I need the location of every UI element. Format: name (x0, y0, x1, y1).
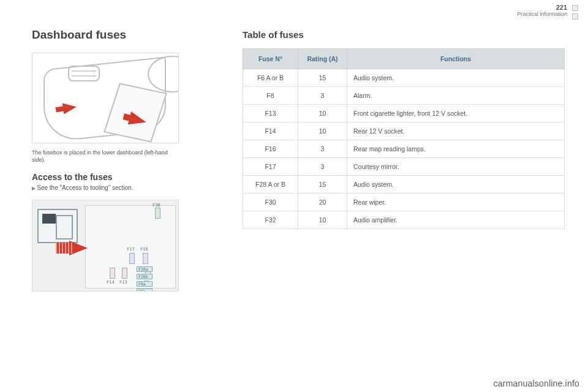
col-rating: Rating (A) (298, 49, 347, 69)
right-column: Table of fuses Fuse N° Rating (A) Functi… (243, 28, 565, 292)
section-title: Practical information (517, 11, 567, 17)
cell-function: Rear wiper. (347, 194, 565, 211)
fusebox-sketch: F30 F17 F16 F14 F13 F8 F28a F28b F6a F6b (32, 200, 178, 291)
cell-rating: 3 (298, 140, 347, 158)
fuse-slot-icon (129, 253, 135, 264)
fuse-chip-icon: F28a (137, 266, 153, 272)
cell-function: Courtesy mirror. (347, 158, 565, 176)
fuse-label: F30 (153, 203, 160, 208)
fuse-chip-icon: F6a (137, 281, 153, 287)
fuse-chip-icon: F6b (137, 288, 153, 292)
page: 221 Practical information Dashboard fuse… (0, 0, 588, 392)
fuse-slot-icon (155, 208, 160, 219)
air-vent-icon (68, 66, 100, 81)
tab-marker (572, 13, 578, 20)
cell-function: Alarm. (347, 87, 565, 105)
cell-rating: 10 (298, 123, 347, 140)
fuses-tbody: F6 A or B15Audio system.F83Alarm.F1310Fr… (243, 69, 565, 229)
fuse-slot-icon (143, 253, 148, 264)
cell-rating: 10 (298, 211, 347, 229)
cell-rating: 3 (298, 87, 347, 105)
tab-marker (572, 5, 578, 11)
cell-rating: 15 (298, 69, 347, 87)
cell-fuse: F6 A or B (243, 69, 298, 87)
illustration-caption: The fusebox is placed in the lower dashb… (32, 149, 179, 164)
page-number: 221 (517, 4, 567, 11)
header-text: 221 Practical information (517, 4, 567, 17)
content-area: Dashboard fuses The fusebox is placed in… (0, 21, 588, 292)
table-row: F163Rear map reading lamps. (243, 140, 565, 158)
page-header: 221 Practical information (0, 0, 588, 21)
dashboard-sketch (32, 53, 178, 143)
tab-markers (572, 4, 578, 20)
cell-rating: 15 (298, 176, 347, 194)
cell-fuse: F14 (243, 123, 298, 140)
table-row: F83Alarm. (243, 87, 565, 105)
fuse-label: F17 (127, 247, 135, 252)
fuses-table: Fuse N° Rating (A) Functions F6 A or B15… (243, 48, 565, 229)
cell-function: Front cigarette lighter, front 12 V sock… (347, 105, 565, 123)
cell-function: Audio amplifier. (347, 211, 565, 229)
fuse-label: F16 (140, 247, 148, 252)
col-fuse: Fuse N° (243, 49, 298, 69)
table-row: F173Courtesy mirror. (243, 158, 565, 176)
left-column: Dashboard fuses The fusebox is placed in… (32, 28, 222, 292)
table-row: F28 A or B15Audio system. (243, 176, 565, 194)
dashboard-illustration (32, 53, 179, 143)
cell-rating: 10 (298, 105, 347, 123)
table-of-fuses-heading: Table of fuses (243, 29, 565, 40)
cell-function: Audio system. (347, 69, 565, 87)
table-row: F3210Audio amplifier. (243, 211, 565, 229)
cell-rating: 3 (298, 158, 347, 176)
access-bullet: See the "Access to tooling" section. (32, 184, 222, 191)
fusebox-diagram: F30 F17 F16 F14 F13 F8 F28a F28b F6a F6b (32, 200, 179, 292)
cell-function: Audio system. (347, 176, 565, 194)
table-row: F3020Rear wiper. (243, 194, 565, 211)
cell-fuse: F17 (243, 158, 298, 176)
fuse-label: F14 (107, 280, 115, 285)
cell-fuse: F16 (243, 140, 298, 158)
cell-rating: 20 (298, 194, 347, 211)
table-row: F6 A or B15Audio system. (243, 69, 565, 87)
cell-function: Rear 12 V socket. (347, 123, 565, 140)
col-functions: Functions (347, 49, 565, 69)
cell-fuse: F30 (243, 194, 298, 211)
fuse-chip-icon: F28b (137, 274, 153, 279)
table-row: F1410Rear 12 V socket. (243, 123, 565, 140)
dashboard-fuses-heading: Dashboard fuses (32, 28, 222, 42)
fuse-label: F13 (119, 280, 127, 285)
table-header-row: Fuse N° Rating (A) Functions (243, 49, 565, 69)
access-heading: Access to the fuses (32, 172, 222, 182)
cell-fuse: F28 A or B (243, 176, 298, 194)
table-row: F1310Front cigarette lighter, front 12 V… (243, 105, 565, 123)
relay-module-icon (37, 209, 78, 243)
cell-fuse: F13 (243, 105, 298, 123)
watermark-text: carmanualsonline.info (494, 379, 579, 388)
arrow-icon (69, 241, 88, 255)
cell-function: Rear map reading lamps. (347, 140, 565, 158)
arrow-icon (62, 102, 77, 115)
cell-fuse: F8 (243, 87, 298, 105)
cell-fuse: F32 (243, 211, 298, 229)
fuse-slot-icon (110, 268, 115, 279)
fuse-slot-icon (122, 268, 127, 279)
